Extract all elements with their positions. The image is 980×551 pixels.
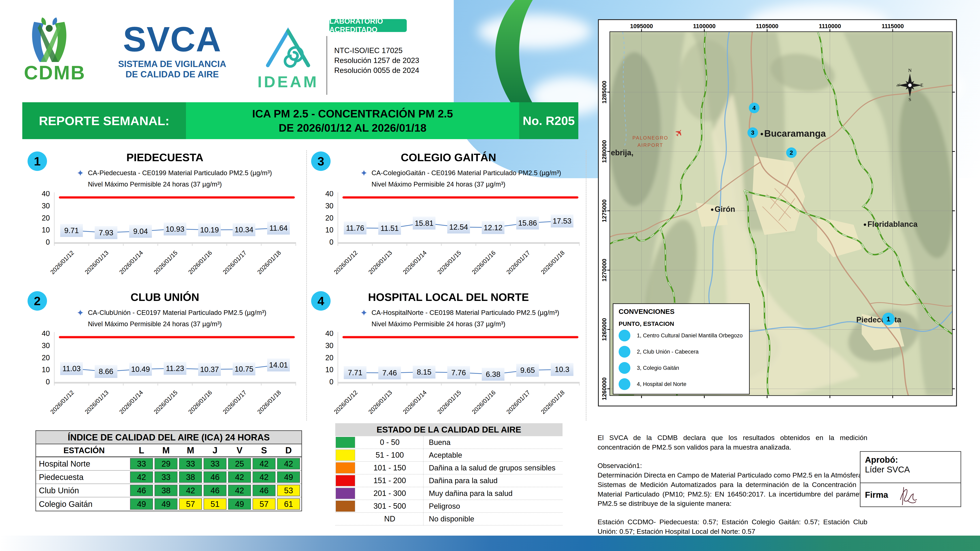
svg-text:7.46: 7.46 xyxy=(382,369,397,377)
svg-text:2026/01/12: 2026/01/12 xyxy=(49,389,75,415)
svg-text:2026/01/16: 2026/01/16 xyxy=(471,389,497,415)
approved-by: Líder SVCA xyxy=(865,465,910,474)
estado-table-row: 51 - 100Aceptable xyxy=(335,449,563,462)
series-marker-icon: ✦ xyxy=(360,168,372,178)
ica-value-cell: 38 xyxy=(179,472,202,483)
svg-text:30: 30 xyxy=(325,341,333,350)
estado-range: 151 - 200 xyxy=(356,476,423,485)
line-chart: 01020304011.038.6610.4911.2310.3710.7514… xyxy=(26,331,298,421)
ica-value-cell: 33 xyxy=(179,458,202,469)
svg-text:2026/01/12: 2026/01/12 xyxy=(49,249,75,276)
cdmb-logo-figure xyxy=(28,16,70,62)
chart-panel-club-union: 2 CLUB UNIÓN ✦ CA-ClubUnión - CE0197 Mat… xyxy=(26,290,304,429)
observation-body: Determinación Directa en Campo de Materi… xyxy=(598,470,867,508)
map-tick xyxy=(952,270,955,270)
svg-text:2026/01/16: 2026/01/16 xyxy=(187,249,213,276)
estado-range: 51 - 100 xyxy=(356,451,423,459)
map-tick xyxy=(892,395,893,398)
ideam-logo: IDEAM xyxy=(254,24,323,91)
map-tick xyxy=(767,395,767,398)
estado-range: ND xyxy=(356,514,423,523)
svg-text:2026/01/18: 2026/01/18 xyxy=(256,389,282,415)
estado-table-row: 151 - 200Dañina para la salud xyxy=(335,475,563,487)
ica-table: ÍNDICE DE CALIDAD DEL AIRE (ICA) 24 HORA… xyxy=(35,430,302,511)
map-tick xyxy=(952,92,955,92)
estado-range: 201 - 300 xyxy=(356,489,423,498)
accredited-lab-badge: LABORATORIO ACREDITADO xyxy=(329,19,407,32)
svg-text:2026/01/14: 2026/01/14 xyxy=(401,389,428,415)
estado-range: 0 - 50 xyxy=(356,438,423,447)
map-tick xyxy=(952,210,955,211)
svg-text:20: 20 xyxy=(325,354,333,362)
uncertainty-text: Estación CCDMO- Piedecuesta: 0.57; Estac… xyxy=(598,517,867,536)
ica-station-header: ESTACIÓN xyxy=(36,446,129,455)
svg-text:2026/01/17: 2026/01/17 xyxy=(505,389,531,415)
map-tick xyxy=(704,29,705,32)
limit-legend-label: Nivel Máximo Permisible 24 horas (37 µg/… xyxy=(88,320,222,328)
map-axis-label-x: 1110000 xyxy=(819,23,841,30)
svg-text:2026/01/18: 2026/01/18 xyxy=(539,249,566,276)
ica-value-cell: 57 xyxy=(253,499,275,510)
report-page: CDMB SVCA SISTEMA DE VIGILANCIA DE CALID… xyxy=(0,0,980,551)
svg-text:2026/01/17: 2026/01/17 xyxy=(221,249,248,276)
map-tick xyxy=(952,329,955,330)
svg-text:2026/01/12: 2026/01/12 xyxy=(332,389,359,415)
svg-text:20: 20 xyxy=(325,214,333,222)
map-axis-label-y: 1270000 xyxy=(601,259,608,282)
svg-text:0: 0 xyxy=(329,238,333,246)
ica-value-cell: 42 xyxy=(130,472,153,483)
svg-text:2026/01/18: 2026/01/18 xyxy=(539,389,566,415)
station-number-badge: 3 xyxy=(311,151,331,171)
map-axis-label-x: 1095000 xyxy=(630,23,653,30)
svg-text:40: 40 xyxy=(42,331,50,338)
map-tick xyxy=(829,29,830,32)
svg-text:10: 10 xyxy=(325,365,333,374)
svg-text:20: 20 xyxy=(42,354,50,362)
ica-value-cell: 51 xyxy=(204,499,226,510)
map-tick xyxy=(892,29,893,32)
estado-table-row: 0 - 50Buena xyxy=(335,436,563,449)
svg-text:10: 10 xyxy=(42,365,50,374)
ica-station-name: Hospital Norte xyxy=(36,459,129,468)
svg-text:0: 0 xyxy=(46,378,50,386)
map-terrain xyxy=(610,32,952,395)
chart-legend: ✦ CA-ColegioGaitán - CE0196 Material Par… xyxy=(360,167,587,190)
map-tick xyxy=(829,395,830,398)
accreditation-line: Resolución 0055 de 2024 xyxy=(334,66,419,76)
map-tick xyxy=(641,29,642,32)
ica-value-cell: 33 xyxy=(204,458,226,469)
chart-title: HOSPITAL LOCAL DEL NORTE xyxy=(310,290,587,303)
ica-value-cell: 49 xyxy=(130,499,153,510)
accreditation-line: NTC-ISO/IEC 17025 xyxy=(334,46,419,56)
svca-subtitle-line1: SISTEMA DE VIGILANCIA xyxy=(110,59,234,69)
estado-color-swatch xyxy=(336,462,355,473)
svg-text:2026/01/15: 2026/01/15 xyxy=(153,249,179,276)
ica-value-cell: 46 xyxy=(204,485,226,496)
ica-value-cell: 57 xyxy=(179,499,202,510)
svg-text:40: 40 xyxy=(325,331,333,338)
svg-text:10.75: 10.75 xyxy=(235,365,253,373)
estado-color-swatch xyxy=(336,449,355,460)
svg-text:30: 30 xyxy=(42,202,50,210)
svg-text:17.53: 17.53 xyxy=(553,217,572,225)
map-tick xyxy=(607,151,610,152)
map-image xyxy=(609,32,953,396)
estado-label: Muy dañina para la salud xyxy=(423,487,563,500)
map-tick xyxy=(952,388,955,389)
svg-text:40: 40 xyxy=(42,191,50,198)
estado-label: Dañina para la salud xyxy=(423,475,563,487)
svg-text:2026/01/16: 2026/01/16 xyxy=(471,249,497,276)
column-divider xyxy=(306,150,307,421)
svg-text:2026/01/13: 2026/01/13 xyxy=(83,389,110,415)
svg-text:10.3: 10.3 xyxy=(555,365,570,374)
ica-day-header: D xyxy=(276,445,301,456)
ica-station-name: Piedecuesta xyxy=(36,473,129,482)
ica-value-cell: 49 xyxy=(277,472,300,483)
estado-table-row: 201 - 300Muy dañina para la salud xyxy=(335,487,563,500)
chart-panel-piedecuesta: 1 PIEDECUESTA ✦ CA-Piedecuesta - CE0199 … xyxy=(26,150,304,290)
map-tick xyxy=(607,210,610,211)
ica-table-rows: Hospital Norte33293333254242Piedecuesta4… xyxy=(36,457,301,511)
ica-value-cell: 49 xyxy=(228,499,251,510)
svg-text:7.76: 7.76 xyxy=(451,368,466,377)
svca-wordmark: SVCA xyxy=(110,23,234,56)
